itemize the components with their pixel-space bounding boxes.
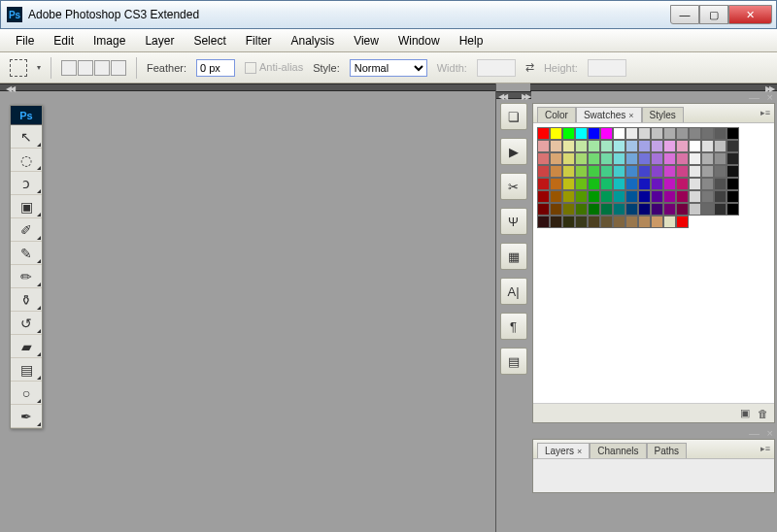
swatch[interactable]	[663, 152, 676, 165]
tab-channels[interactable]: Channels	[590, 443, 646, 458]
swatch[interactable]	[613, 127, 625, 140]
swatch[interactable]	[600, 127, 613, 140]
swatch[interactable]	[575, 178, 588, 190]
swatch[interactable]	[600, 165, 613, 178]
delete-swatch-icon[interactable]: 🗑	[758, 408, 768, 419]
swatch[interactable]	[613, 140, 625, 152]
gradient-tool[interactable]: ▤	[11, 358, 42, 382]
tab-color[interactable]: Color	[537, 107, 576, 122]
panel1-collapse-button[interactable]: —	[749, 91, 760, 103]
swatch[interactable]	[638, 203, 651, 216]
swatch[interactable]	[600, 190, 613, 203]
swatch[interactable]	[663, 127, 676, 140]
swatch[interactable]	[638, 140, 651, 152]
menu-edit[interactable]: Edit	[46, 32, 82, 50]
swatch[interactable]	[550, 190, 562, 203]
lasso-tool[interactable]: ɔ	[11, 172, 42, 195]
swatch[interactable]	[550, 203, 562, 216]
panel2-close-button[interactable]: ×	[767, 427, 773, 439]
dock-bar-mid[interactable]: ◀◀▶▶	[496, 91, 531, 99]
eraser-tool[interactable]: ▰	[11, 335, 42, 358]
close-icon[interactable]: ×	[628, 111, 633, 120]
swatch[interactable]	[613, 165, 625, 178]
swatch[interactable]	[600, 178, 613, 190]
brushes-icon[interactable]: Ψ	[500, 208, 527, 235]
swatch[interactable]	[689, 178, 701, 190]
swatch[interactable]	[625, 203, 638, 216]
swatch[interactable]	[575, 203, 588, 216]
menu-help[interactable]: Help	[452, 32, 491, 50]
swatch[interactable]	[726, 140, 739, 152]
menu-select[interactable]: Select	[186, 32, 233, 50]
swatch[interactable]	[714, 140, 726, 152]
swatch[interactable]	[588, 203, 600, 216]
swatch[interactable]	[613, 203, 625, 216]
swatch[interactable]	[588, 127, 600, 140]
swatch[interactable]	[726, 127, 739, 140]
swatch[interactable]	[651, 127, 663, 140]
panel-menu-icon[interactable]: ▸≡	[760, 444, 770, 453]
swatch[interactable]	[663, 178, 676, 190]
tab-layers[interactable]: Layers×	[537, 443, 590, 458]
swatch[interactable]	[676, 190, 689, 203]
menu-analysis[interactable]: Analysis	[283, 32, 342, 50]
mode-intersect[interactable]	[111, 60, 126, 76]
character-icon[interactable]: A|	[500, 278, 527, 305]
swatch[interactable]	[625, 216, 638, 228]
crop-tool[interactable]: ▣	[11, 195, 42, 218]
swatch[interactable]	[588, 140, 600, 152]
layercomp-icon[interactable]: ▤	[500, 348, 527, 375]
close-icon[interactable]: ×	[577, 447, 582, 456]
swatch[interactable]	[638, 190, 651, 203]
panel-menu-icon[interactable]: ▸≡	[760, 108, 770, 117]
swatch[interactable]	[575, 127, 588, 140]
swatch[interactable]	[625, 165, 638, 178]
swatch[interactable]	[562, 190, 575, 203]
swatch[interactable]	[537, 152, 550, 165]
swatch[interactable]	[588, 178, 600, 190]
swatch[interactable]	[701, 190, 714, 203]
mode-subtract[interactable]	[94, 60, 110, 76]
menu-layer[interactable]: Layer	[137, 32, 182, 50]
swatch[interactable]	[701, 127, 714, 140]
swatch[interactable]	[726, 203, 739, 216]
swatch[interactable]	[651, 203, 663, 216]
minimize-button[interactable]: —	[670, 5, 699, 24]
swatch[interactable]	[625, 152, 638, 165]
swatch[interactable]	[651, 178, 663, 190]
swatch[interactable]	[562, 127, 575, 140]
stamp-tool[interactable]: ⚱	[11, 288, 42, 312]
swatch[interactable]	[600, 140, 613, 152]
swatch[interactable]	[714, 178, 726, 190]
clone-icon[interactable]: ▦	[500, 243, 527, 270]
swatch[interactable]	[537, 178, 550, 190]
swatch[interactable]	[537, 190, 550, 203]
swatch[interactable]	[638, 165, 651, 178]
swatch[interactable]	[714, 152, 726, 165]
eyedropper-tool[interactable]: ✐	[11, 218, 42, 242]
swatch[interactable]	[562, 140, 575, 152]
menu-image[interactable]: Image	[85, 32, 133, 50]
swatch[interactable]	[562, 216, 575, 228]
swatch[interactable]	[625, 140, 638, 152]
swatch[interactable]	[625, 178, 638, 190]
swatch[interactable]	[625, 190, 638, 203]
swatch[interactable]	[676, 216, 689, 228]
swatch[interactable]	[550, 165, 562, 178]
swatch[interactable]	[651, 140, 663, 152]
close-button[interactable]: ✕	[728, 5, 772, 24]
blur-tool[interactable]: ○	[11, 382, 42, 405]
menu-view[interactable]: View	[346, 32, 387, 50]
swatch[interactable]	[701, 140, 714, 152]
healing-tool[interactable]: ✎	[11, 242, 42, 265]
swatch[interactable]	[600, 203, 613, 216]
swatch[interactable]	[575, 165, 588, 178]
antialias-checkbox[interactable]	[245, 62, 256, 74]
style-select[interactable]: Normal	[350, 59, 427, 77]
swatch[interactable]	[550, 152, 562, 165]
tab-paths[interactable]: Paths	[647, 443, 688, 458]
menu-file[interactable]: File	[8, 32, 42, 50]
swatch[interactable]	[562, 165, 575, 178]
swatch[interactable]	[588, 165, 600, 178]
swatch[interactable]	[613, 178, 625, 190]
